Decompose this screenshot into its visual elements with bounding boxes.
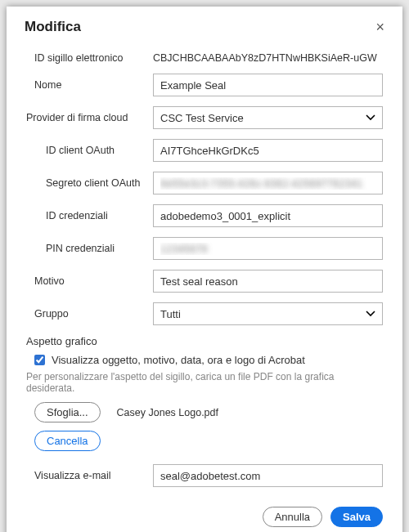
clear-file-button[interactable]: Cancella <box>34 431 101 451</box>
cancel-button[interactable]: Annulla <box>263 507 322 527</box>
email-label: Visualizza e-mail <box>34 470 153 481</box>
provider-select[interactable]: CSC Test Service <box>153 106 383 129</box>
cred-id-input[interactable] <box>153 204 383 227</box>
seal-id-label: ID sigillo elettronico <box>34 52 153 64</box>
close-icon[interactable]: × <box>372 18 388 36</box>
provider-label: Provider di firma cloud <box>26 112 153 123</box>
oauth-secret-input[interactable] <box>153 172 383 194</box>
reason-input[interactable] <box>153 270 383 293</box>
edit-seal-dialog: Modifica × ID sigillo elettronico CBJCHB… <box>7 7 402 532</box>
dialog-header: Modifica × <box>7 7 402 41</box>
save-button[interactable]: Salva <box>330 507 383 527</box>
reason-label: Motivo <box>34 275 153 287</box>
show-attributes-checkbox[interactable] <box>34 355 45 365</box>
oauth-id-label: ID client OAuth <box>34 145 153 156</box>
dialog-footer: Annulla Salva <box>34 497 383 527</box>
email-input[interactable] <box>153 464 383 487</box>
cred-pin-input[interactable] <box>153 237 383 260</box>
show-attributes-label: Visualizza oggetto, motivo, data, ora e … <box>52 354 305 366</box>
oauth-secret-label: Segreto client OAuth <box>34 177 153 189</box>
oauth-id-input[interactable] <box>153 139 383 162</box>
dialog-title: Modifica <box>25 19 81 35</box>
browse-button[interactable]: Sfoglia... <box>34 402 101 422</box>
seal-id-value: CBJCHBCAABAAbY8zD7HTNwHBKSiAeR-uGW <box>153 52 383 64</box>
appearance-help-text: Per personalizzare l'aspetto del sigillo… <box>26 371 383 394</box>
cred-id-label: ID credenziali <box>34 210 153 221</box>
cred-pin-label: PIN credenziali <box>34 243 153 254</box>
appearance-section-title: Aspetto grafico <box>26 335 383 347</box>
name-label: Nome <box>34 79 153 91</box>
name-input[interactable] <box>153 74 383 96</box>
uploaded-file-name: Casey Jones Logo.pdf <box>117 407 218 418</box>
group-select[interactable]: Tutti <box>153 302 383 325</box>
dialog-body: ID sigillo elettronico CBJCHBCAABAAbY8zD… <box>7 41 402 532</box>
group-label: Gruppo <box>34 308 153 320</box>
